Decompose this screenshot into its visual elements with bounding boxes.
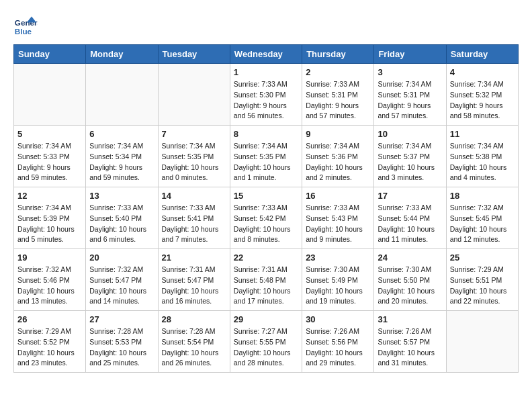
day-info: Sunrise: 7:34 AM Sunset: 5:38 PM Dayligh… [450,141,515,183]
day-info: Sunrise: 7:32 AM Sunset: 5:46 PM Dayligh… [17,265,82,307]
day-info: Sunrise: 7:33 AM Sunset: 5:42 PM Dayligh… [234,203,298,245]
page-header: General Blue [13,13,519,38]
calendar-header-row: SundayMondayTuesdayWednesdayThursdayFrid… [14,45,519,64]
day-info: Sunrise: 7:29 AM Sunset: 5:52 PM Dayligh… [17,326,82,369]
day-info: Sunrise: 7:34 AM Sunset: 5:36 PM Dayligh… [306,141,370,183]
calendar-cell: 5Sunrise: 7:34 AM Sunset: 5:33 PM Daylig… [14,126,86,187]
day-number: 9 [306,129,370,139]
calendar-cell: 29Sunrise: 7:27 AM Sunset: 5:55 PM Dayli… [230,311,302,373]
day-info: Sunrise: 7:34 AM Sunset: 5:35 PM Dayligh… [234,141,298,183]
day-number: 21 [162,253,226,263]
day-number: 14 [162,191,226,201]
calendar-cell: 31Sunrise: 7:26 AM Sunset: 5:57 PM Dayli… [374,311,446,373]
day-info: Sunrise: 7:33 AM Sunset: 5:43 PM Dayligh… [306,203,370,245]
day-info: Sunrise: 7:27 AM Sunset: 5:55 PM Dayligh… [234,326,298,369]
day-info: Sunrise: 7:32 AM Sunset: 5:47 PM Dayligh… [89,265,154,307]
day-info: Sunrise: 7:33 AM Sunset: 5:41 PM Dayligh… [162,203,226,245]
day-number: 13 [89,191,154,201]
calendar-cell: 30Sunrise: 7:26 AM Sunset: 5:56 PM Dayli… [302,311,374,373]
calendar-cell: 17Sunrise: 7:33 AM Sunset: 5:44 PM Dayli… [374,187,446,249]
calendar-cell: 23Sunrise: 7:30 AM Sunset: 5:49 PM Dayli… [302,249,374,311]
calendar-cell [86,64,158,126]
weekday-header-thursday: Thursday [302,45,374,64]
day-number: 22 [234,253,298,263]
calendar-cell: 4Sunrise: 7:34 AM Sunset: 5:32 PM Daylig… [446,64,518,126]
day-number: 1 [234,67,298,77]
day-number: 30 [306,314,370,324]
day-number: 24 [378,253,442,263]
day-number: 16 [306,191,370,201]
day-number: 23 [306,253,370,263]
day-info: Sunrise: 7:34 AM Sunset: 5:39 PM Dayligh… [17,203,82,245]
calendar-cell: 14Sunrise: 7:33 AM Sunset: 5:41 PM Dayli… [158,187,230,249]
day-info: Sunrise: 7:33 AM Sunset: 5:31 PM Dayligh… [306,79,370,122]
day-number: 2 [306,67,370,77]
day-number: 17 [378,191,442,201]
day-info: Sunrise: 7:34 AM Sunset: 5:31 PM Dayligh… [378,79,442,122]
day-number: 31 [378,314,442,324]
logo-icon: General Blue [13,13,38,38]
day-number: 27 [89,314,154,324]
day-number: 25 [450,253,515,263]
calendar-cell: 8Sunrise: 7:34 AM Sunset: 5:35 PM Daylig… [230,126,302,187]
weekday-header-sunday: Sunday [14,45,86,64]
day-info: Sunrise: 7:33 AM Sunset: 5:44 PM Dayligh… [378,203,442,245]
calendar-cell: 22Sunrise: 7:31 AM Sunset: 5:48 PM Dayli… [230,249,302,311]
day-number: 29 [234,314,298,324]
weekday-header-saturday: Saturday [446,45,518,64]
calendar-cell: 16Sunrise: 7:33 AM Sunset: 5:43 PM Dayli… [302,187,374,249]
calendar-cell: 7Sunrise: 7:34 AM Sunset: 5:35 PM Daylig… [158,126,230,187]
day-number: 6 [89,129,154,139]
day-info: Sunrise: 7:33 AM Sunset: 5:30 PM Dayligh… [234,79,298,122]
day-info: Sunrise: 7:28 AM Sunset: 5:54 PM Dayligh… [162,326,226,369]
day-number: 8 [234,129,298,139]
day-number: 28 [162,314,226,324]
calendar-week-4: 19Sunrise: 7:32 AM Sunset: 5:46 PM Dayli… [14,249,519,311]
day-info: Sunrise: 7:26 AM Sunset: 5:57 PM Dayligh… [378,326,442,369]
calendar-cell: 26Sunrise: 7:29 AM Sunset: 5:52 PM Dayli… [14,311,86,373]
day-number: 20 [89,253,154,263]
calendar-cell: 27Sunrise: 7:28 AM Sunset: 5:53 PM Dayli… [86,311,158,373]
calendar-cell: 18Sunrise: 7:32 AM Sunset: 5:45 PM Dayli… [446,187,518,249]
calendar-cell: 20Sunrise: 7:32 AM Sunset: 5:47 PM Dayli… [86,249,158,311]
calendar-cell: 21Sunrise: 7:31 AM Sunset: 5:47 PM Dayli… [158,249,230,311]
calendar-cell [14,64,86,126]
calendar-cell: 2Sunrise: 7:33 AM Sunset: 5:31 PM Daylig… [302,64,374,126]
calendar-cell: 28Sunrise: 7:28 AM Sunset: 5:54 PM Dayli… [158,311,230,373]
weekday-header-wednesday: Wednesday [230,45,302,64]
day-info: Sunrise: 7:34 AM Sunset: 5:33 PM Dayligh… [17,141,82,183]
day-info: Sunrise: 7:29 AM Sunset: 5:51 PM Dayligh… [450,265,515,307]
day-number: 4 [450,67,515,77]
weekday-header-monday: Monday [86,45,158,64]
day-number: 7 [162,129,226,139]
calendar-cell [158,64,230,126]
calendar-cell: 6Sunrise: 7:34 AM Sunset: 5:34 PM Daylig… [86,126,158,187]
calendar-week-5: 26Sunrise: 7:29 AM Sunset: 5:52 PM Dayli… [14,311,519,373]
day-info: Sunrise: 7:31 AM Sunset: 5:47 PM Dayligh… [162,265,226,307]
logo: General Blue [13,13,40,38]
day-number: 19 [17,253,82,263]
day-number: 3 [378,67,442,77]
day-number: 26 [17,314,82,324]
svg-text:Blue: Blue [15,27,32,36]
day-number: 15 [234,191,298,201]
day-info: Sunrise: 7:34 AM Sunset: 5:37 PM Dayligh… [378,141,442,183]
calendar-cell: 10Sunrise: 7:34 AM Sunset: 5:37 PM Dayli… [374,126,446,187]
calendar-cell: 11Sunrise: 7:34 AM Sunset: 5:38 PM Dayli… [446,126,518,187]
calendar-cell: 15Sunrise: 7:33 AM Sunset: 5:42 PM Dayli… [230,187,302,249]
day-info: Sunrise: 7:34 AM Sunset: 5:34 PM Dayligh… [89,141,154,183]
calendar-table: SundayMondayTuesdayWednesdayThursdayFrid… [13,44,519,373]
calendar-week-2: 5Sunrise: 7:34 AM Sunset: 5:33 PM Daylig… [14,126,519,187]
calendar-cell: 9Sunrise: 7:34 AM Sunset: 5:36 PM Daylig… [302,126,374,187]
day-info: Sunrise: 7:33 AM Sunset: 5:40 PM Dayligh… [89,203,154,245]
weekday-header-tuesday: Tuesday [158,45,230,64]
day-info: Sunrise: 7:34 AM Sunset: 5:32 PM Dayligh… [450,79,515,122]
calendar-cell: 19Sunrise: 7:32 AM Sunset: 5:46 PM Dayli… [14,249,86,311]
day-info: Sunrise: 7:32 AM Sunset: 5:45 PM Dayligh… [450,203,515,245]
day-number: 5 [17,129,82,139]
calendar-cell: 3Sunrise: 7:34 AM Sunset: 5:31 PM Daylig… [374,64,446,126]
day-info: Sunrise: 7:31 AM Sunset: 5:48 PM Dayligh… [234,265,298,307]
calendar-week-3: 12Sunrise: 7:34 AM Sunset: 5:39 PM Dayli… [14,187,519,249]
day-number: 10 [378,129,442,139]
weekday-header-friday: Friday [374,45,446,64]
